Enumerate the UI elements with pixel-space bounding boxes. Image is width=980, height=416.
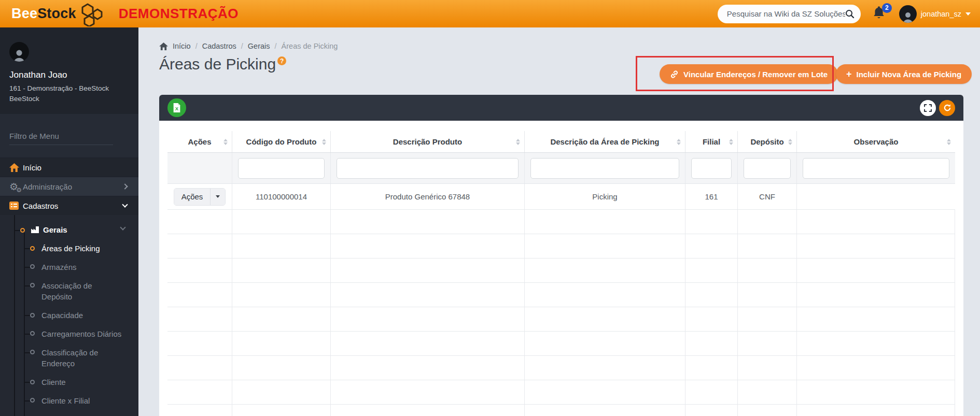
button-label: Vincular Endereços / Remover em Lote [683, 70, 828, 79]
main-content: Início / Cadastros / Gerais / Áreas de P… [138, 27, 980, 416]
filter-observacao-input[interactable] [803, 158, 949, 179]
column-header-codigo-produto[interactable]: Código do Produto [232, 131, 331, 152]
submenu-item-classificacao-de-endereco[interactable]: Classificação de Endereço [0, 343, 138, 374]
submenu-item-label: Capacidade [41, 310, 83, 321]
fullscreen-button[interactable] [920, 100, 936, 116]
refresh-icon [943, 104, 951, 112]
chevron-down-icon[interactable] [211, 189, 225, 205]
notifications-button[interactable]: 2 [872, 5, 888, 23]
submenu-item-armazens[interactable]: Armazéns [0, 258, 138, 277]
submenu-item-label: Cliente [41, 377, 66, 388]
sort-icon[interactable] [729, 137, 733, 147]
empty-table-row [167, 283, 955, 307]
brand-text: BeeStock [11, 6, 76, 22]
sort-icon[interactable] [516, 137, 520, 147]
help-icon[interactable]: ? [277, 56, 286, 65]
sidebar-item-label: Cadastros [23, 202, 58, 210]
breadcrumb-cadastros[interactable]: Cadastros [202, 42, 236, 50]
submenu-group-gerais[interactable]: Gerais [0, 223, 138, 239]
brand-bee: Bee [11, 6, 37, 21]
person-icon [901, 10, 915, 23]
person-icon [11, 48, 27, 62]
wiki-search [718, 5, 861, 23]
bullet-icon [30, 246, 35, 251]
submenu-item-cliente[interactable]: Cliente [0, 373, 138, 392]
submenu-item-carregamentos-diarios[interactable]: Carregamentos Diários [0, 325, 138, 343]
button-label: Incluir Nova Área de Picking [857, 70, 962, 79]
submenu-item-configurador-de-tipos[interactable]: Configurador de Tipos [0, 410, 138, 416]
filter-codigo-produto-input[interactable] [238, 158, 325, 179]
honeycomb-logo-icon [80, 3, 104, 26]
breadcrumb-inicio[interactable]: Início [173, 42, 191, 50]
excel-file-icon: X [173, 103, 181, 112]
table-filter-row [167, 153, 955, 184]
topbar: BeeStock DEMONSTRAÇÃO 2 [0, 0, 980, 27]
breadcrumb-gerais[interactable]: Gerais [248, 42, 270, 50]
chevron-down-icon [965, 12, 971, 18]
search-icon[interactable] [845, 9, 855, 19]
menu-filter-input[interactable] [9, 130, 113, 145]
cell-descricao-produto: Produto Genérico 67848 [331, 184, 525, 209]
sidebar-user-org: 161 - Demonstração - BeeStock BeeStock [9, 83, 128, 104]
sort-icon[interactable] [677, 137, 681, 147]
bullet-icon [30, 283, 35, 288]
empty-table-row [167, 405, 955, 416]
wiki-search-input[interactable] [727, 9, 845, 18]
plus-icon: + [846, 69, 852, 79]
sort-icon[interactable] [223, 137, 228, 147]
filter-descricao-area-input[interactable] [530, 158, 679, 179]
vincular-enderecos-button[interactable]: Vincular Endereços / Remover em Lote [660, 64, 838, 84]
empty-table-row [167, 380, 955, 405]
data-table: Ações Código do Produto Descrição Produt… [159, 121, 963, 416]
column-header-observacao[interactable]: Observação [797, 131, 955, 152]
brand-stock: Stock [37, 6, 76, 21]
row-actions-label[interactable]: Ações [174, 189, 211, 205]
table-row: Ações 110100000014 Produto Genérico 6784… [167, 184, 955, 210]
sidebar-item-administracao[interactable]: ⚙⚙ Administração [0, 177, 138, 196]
sidebar-item-label: Administração [23, 182, 72, 191]
submenu-item-label: Áreas de Picking [41, 243, 100, 254]
filter-deposito-input[interactable] [744, 158, 791, 179]
row-actions-dropdown[interactable]: Ações [174, 188, 226, 206]
submenu-item-areas-de-picking[interactable]: Áreas de Picking [0, 239, 138, 258]
bullet-icon [30, 350, 35, 354]
refresh-button[interactable] [939, 100, 955, 116]
sidebar-user-org-line1: 161 - Demonstração - BeeStock [9, 83, 128, 94]
list-icon [9, 202, 22, 210]
export-excel-button[interactable]: X [167, 98, 186, 117]
column-header-deposito[interactable]: Depósito [738, 131, 797, 152]
submenu-item-label: Configurador de Tipos [41, 414, 118, 416]
column-header-descricao-area[interactable]: Descrição da Área de Picking [525, 131, 685, 152]
filter-filial-input[interactable] [691, 158, 732, 179]
home-icon [9, 163, 22, 172]
username-label: jonathan_sz [921, 10, 961, 18]
page-title: Áreas de Picking [159, 55, 276, 73]
sort-icon[interactable] [947, 137, 951, 147]
submenu-item-label: Cliente x Filial [41, 395, 90, 407]
empty-table-row [167, 234, 955, 259]
sidebar-item-inicio[interactable]: Início [0, 157, 138, 177]
submenu-item-associacao-de-deposito[interactable]: Associação de Depósito [0, 277, 130, 307]
environment-label: DEMONSTRAÇÃO [119, 6, 239, 22]
table-header-row: Ações Código do Produto Descrição Produt… [167, 131, 955, 153]
user-menu[interactable]: jonathan_sz [899, 5, 971, 23]
column-header-acoes[interactable]: Ações [167, 131, 232, 152]
gears-icon: ⚙⚙ [9, 182, 22, 192]
submenu-item-cliente-x-filial[interactable]: Cliente x Filial [0, 392, 138, 410]
home-icon[interactable] [159, 42, 168, 50]
brand-logo[interactable]: BeeStock [11, 2, 104, 26]
submenu-item-label: Classificação de Endereço [41, 347, 119, 370]
bullet-icon [20, 228, 25, 233]
incluir-nova-area-button[interactable]: + Incluir Nova Área de Picking [836, 64, 972, 84]
column-header-descricao-produto[interactable]: Descrição Produto [331, 131, 525, 152]
submenu-group-label: Gerais [43, 225, 67, 234]
submenu-item-capacidade[interactable]: Capacidade [0, 306, 138, 325]
sort-icon[interactable] [788, 137, 792, 147]
table-toolbar: X [159, 95, 963, 121]
column-header-filial[interactable]: Filial [685, 131, 738, 152]
sort-icon[interactable] [322, 137, 326, 147]
sidebar-item-cadastros[interactable]: Cadastros [0, 196, 138, 215]
cell-codigo-produto: 110100000014 [232, 184, 331, 209]
filter-descricao-produto-input[interactable] [337, 158, 519, 179]
cell-descricao-area: Picking [525, 184, 685, 209]
